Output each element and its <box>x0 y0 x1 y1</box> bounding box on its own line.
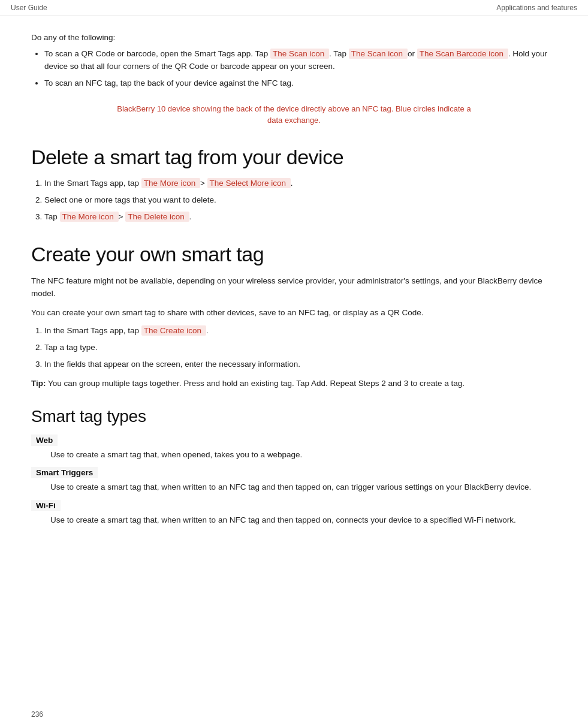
tag-type-web-desc: Use to create a smart tag that, when ope… <box>50 448 557 461</box>
more-icon-link2[interactable]: The More icon <box>60 212 119 222</box>
caption-block: BlackBerry 10 device showing the back of… <box>114 103 474 126</box>
tag-type-web-label: Web <box>31 435 58 446</box>
delete-step-1: In the Smart Tags app, tap The More icon… <box>44 177 557 190</box>
create-icon-link[interactable]: The Create icon <box>141 325 206 336</box>
delete-step-2: Select one or more tags that you want to… <box>44 194 557 207</box>
bullet1-mid2: or <box>408 49 417 58</box>
tag-type-smart-triggers-desc: Use to create a smart tag that, when wri… <box>50 481 557 494</box>
footer-page-number: 236 <box>31 710 43 719</box>
create-step-3: In the fields that appear on the screen,… <box>44 358 557 371</box>
delete-step3-after: . <box>189 212 192 221</box>
create-step3-text: In the fields that appear on the screen,… <box>44 360 300 369</box>
create-step2-text: Tap a tag type. <box>44 343 98 352</box>
create-section-title: Create your own smart tag <box>31 243 557 266</box>
delete-step-3: Tap The More icon > The Delete icon . <box>44 211 557 224</box>
smart-tag-types-title: Smart tag types <box>31 407 557 426</box>
bullet2-text: To scan an NFC tag, tap the back of your… <box>44 79 294 88</box>
delete-steps: In the Smart Tags app, tap The More icon… <box>44 177 557 224</box>
delete-step1-before: In the Smart Tags app, tap <box>44 179 141 188</box>
header-bar: User Guide Applications and features <box>0 0 588 16</box>
tag-type-wifi-desc: Use to create a smart tag that, when wri… <box>50 514 557 527</box>
create-step-1: In the Smart Tags app, tap The Create ic… <box>44 325 557 337</box>
delete-step1-after: . <box>291 179 293 188</box>
create-steps: In the Smart Tags app, tap The Create ic… <box>44 325 557 371</box>
delete-step3-before: Tap <box>44 212 60 221</box>
more-icon-link1[interactable]: The More icon <box>141 178 200 188</box>
scan-icon-link2[interactable]: The Scan icon <box>349 49 408 59</box>
main-content: Do any of the following: To scan a QR Co… <box>0 16 588 556</box>
header-left: User Guide <box>11 4 47 12</box>
create-body1: The NFC feature might not be available, … <box>31 274 557 300</box>
bullet1-before: To scan a QR Code or barcode, open the S… <box>44 49 270 58</box>
create-body2: You can create your own smart tag to sha… <box>31 306 557 319</box>
delete-step3-mid: > <box>119 212 126 221</box>
delete-icon-link[interactable]: The Delete icon <box>125 212 189 222</box>
create-step1-after: . <box>206 326 209 335</box>
delete-step2-text: Select one or more tags that you want to… <box>44 195 216 204</box>
scan-barcode-icon-link[interactable]: The Scan Barcode icon <box>417 49 508 59</box>
bullet1-mid1: . Tap <box>329 49 349 58</box>
create-step1-before: In the Smart Tags app, tap <box>44 326 141 335</box>
tag-type-wifi: Wi-Fi Use to create a smart tag that, wh… <box>31 500 557 527</box>
tag-type-wifi-label: Wi-Fi <box>31 500 61 511</box>
tip-paragraph: Tip: You can group multiple tags togethe… <box>31 377 557 390</box>
bullet-2: To scan an NFC tag, tap the back of your… <box>44 77 557 90</box>
delete-section-title: Delete a smart tag from your device <box>31 146 557 169</box>
tag-type-smart-triggers-label: Smart Triggers <box>31 467 98 478</box>
header-right: Applications and features <box>496 4 577 12</box>
tag-type-smart-triggers: Smart Triggers Use to create a smart tag… <box>31 467 557 494</box>
scan-icon-link1[interactable]: The Scan icon <box>270 49 329 59</box>
select-more-icon-link[interactable]: The Select More icon <box>207 178 291 188</box>
delete-step1-mid: > <box>200 179 207 188</box>
bullet-1: To scan a QR Code or barcode, open the S… <box>44 48 557 73</box>
caption-text: BlackBerry 10 device showing the back of… <box>117 104 471 125</box>
intro-bullets: To scan a QR Code or barcode, open the S… <box>44 48 557 90</box>
tip-content: You can group multiple tags together. Pr… <box>46 379 465 388</box>
intro-lead: Do any of the following: <box>31 33 557 42</box>
create-step-2: Tap a tag type. <box>44 342 557 354</box>
tag-type-web: Web Use to create a smart tag that, when… <box>31 435 557 461</box>
tip-label: Tip: <box>31 379 46 388</box>
